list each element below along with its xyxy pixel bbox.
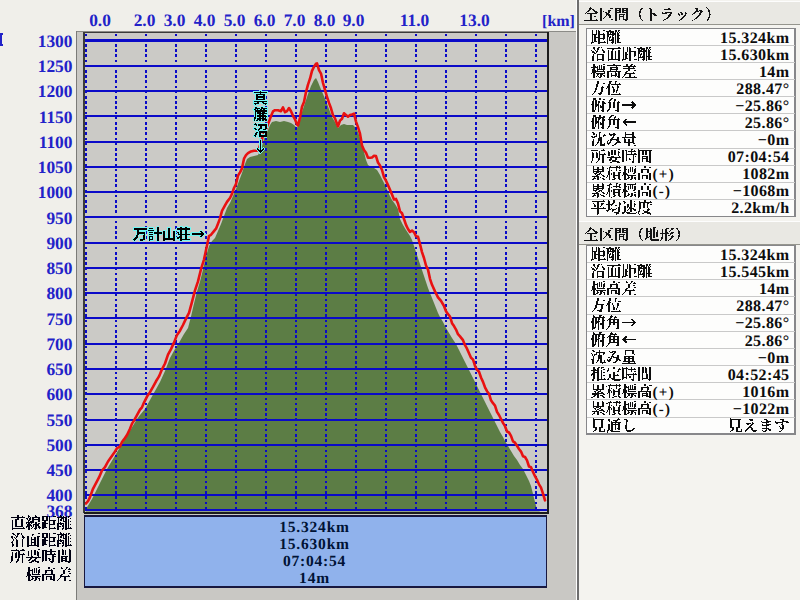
svg-text:15.630km: 15.630km <box>720 47 790 64</box>
svg-text:3.0: 3.0 <box>164 10 186 30</box>
svg-text:2.0: 2.0 <box>134 10 156 30</box>
svg-text:25.86°: 25.86° <box>745 115 790 132</box>
svg-text:7.0: 7.0 <box>284 10 306 30</box>
svg-text:8.0: 8.0 <box>314 10 336 30</box>
svg-text:−25.86°: −25.86° <box>735 315 789 332</box>
svg-text:700: 700 <box>46 334 72 354</box>
svg-text:1200: 1200 <box>38 81 73 101</box>
svg-text:450: 450 <box>46 460 72 480</box>
svg-text:15.324km: 15.324km <box>720 247 790 264</box>
svg-text:07:04:54: 07:04:54 <box>283 553 346 570</box>
svg-text:800: 800 <box>46 283 72 303</box>
svg-text:−1068m: −1068m <box>733 183 790 200</box>
svg-text:−25.86°: −25.86° <box>735 98 789 115</box>
svg-text:288.47°: 288.47° <box>736 298 789 315</box>
svg-text:1150: 1150 <box>39 107 73 127</box>
svg-text:9.0: 9.0 <box>343 10 365 30</box>
svg-text:1000: 1000 <box>38 182 73 202</box>
svg-text:25.86°: 25.86° <box>745 333 790 350</box>
svg-text:−1022m: −1022m <box>733 401 790 418</box>
svg-text:1250: 1250 <box>38 56 73 76</box>
svg-text:(+): (+) <box>653 385 675 401</box>
svg-text:500: 500 <box>46 435 72 455</box>
svg-text:1300: 1300 <box>38 31 73 51</box>
svg-text:14m: 14m <box>299 570 330 587</box>
svg-text:15.630km: 15.630km <box>279 536 350 553</box>
svg-text:−0m: −0m <box>758 132 790 149</box>
svg-text:2.2km/h: 2.2km/h <box>731 200 789 217</box>
svg-text:1050: 1050 <box>38 157 73 177</box>
svg-text:950: 950 <box>46 208 72 228</box>
svg-text:(+): (+) <box>653 167 675 183</box>
svg-text:15.324km: 15.324km <box>720 30 790 47</box>
svg-text:04:52:45: 04:52:45 <box>728 367 790 384</box>
svg-text:750: 750 <box>46 309 72 329</box>
svg-text:288.47°: 288.47° <box>736 81 789 98</box>
svg-text:1082m: 1082m <box>742 166 790 183</box>
svg-text:550: 550 <box>46 410 72 430</box>
svg-text:13.0: 13.0 <box>459 10 490 30</box>
svg-text:−0m: −0m <box>758 350 790 367</box>
svg-text:600: 600 <box>46 384 72 404</box>
svg-text:6.0: 6.0 <box>254 10 276 30</box>
svg-text:900: 900 <box>46 233 72 253</box>
svg-text:650: 650 <box>46 359 72 379</box>
svg-text:15.545km: 15.545km <box>720 264 790 281</box>
svg-text:14m: 14m <box>759 281 790 298</box>
svg-text:14m: 14m <box>759 64 790 81</box>
svg-text:07:04:54: 07:04:54 <box>728 149 790 166</box>
svg-text:5.0: 5.0 <box>224 10 246 30</box>
svg-text:11.0: 11.0 <box>400 10 430 30</box>
svg-text:0.0: 0.0 <box>89 10 111 30</box>
svg-text:1100: 1100 <box>39 132 73 152</box>
svg-text:850: 850 <box>46 258 72 278</box>
svg-text:15.324km: 15.324km <box>279 519 350 536</box>
svg-text:(-): (-) <box>653 184 672 200</box>
svg-text:(-): (-) <box>653 402 672 418</box>
svg-text:4.0: 4.0 <box>194 10 216 30</box>
svg-text:1016m: 1016m <box>742 384 790 401</box>
svg-text:[km]: [km] <box>542 13 575 30</box>
